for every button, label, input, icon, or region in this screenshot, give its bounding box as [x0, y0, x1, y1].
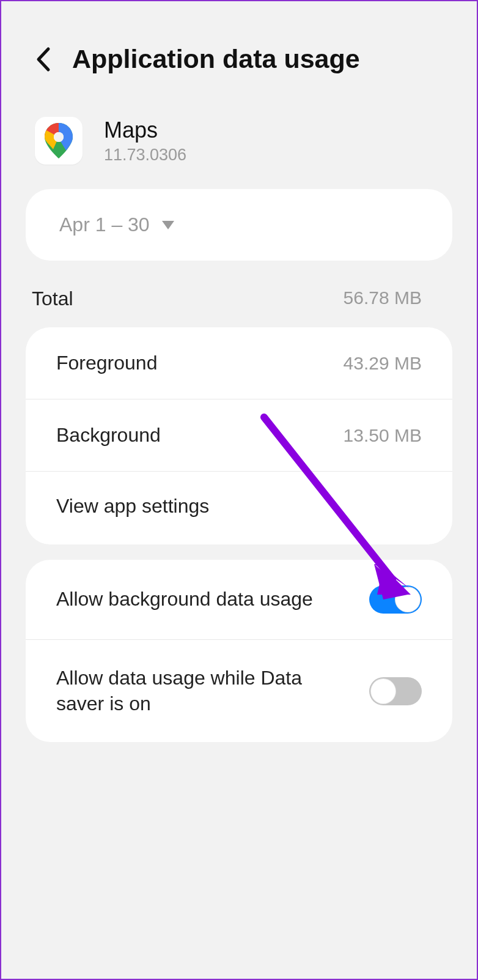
usage-stats-card: Foreground 43.29 MB Background 13.50 MB … — [26, 327, 452, 544]
view-app-settings-label: View app settings — [56, 495, 209, 517]
total-row: Total 56.78 MB — [26, 279, 452, 327]
back-button[interactable] — [35, 46, 51, 72]
chevron-left-icon — [35, 46, 51, 72]
allow-data-saver-switch[interactable] — [369, 677, 422, 705]
background-value: 13.50 MB — [344, 425, 422, 446]
allow-data-saver-row[interactable]: Allow data usage while Data saver is on — [26, 640, 452, 742]
view-app-settings-link[interactable]: View app settings — [26, 472, 452, 544]
background-row: Background 13.50 MB — [26, 399, 452, 472]
app-info-row: Maps 11.73.0306 — [1, 98, 477, 189]
allow-background-data-label: Allow background data usage — [56, 587, 313, 612]
allow-data-saver-label: Allow data usage while Data saver is on — [56, 666, 350, 716]
total-label: Total — [32, 288, 73, 310]
allow-background-data-row[interactable]: Allow background data usage — [26, 560, 452, 640]
page-title: Application data usage — [72, 44, 360, 74]
background-label: Background — [56, 424, 161, 447]
date-range-selector[interactable]: Apr 1 – 30 — [26, 189, 452, 261]
date-range-card: Apr 1 – 30 — [26, 189, 452, 261]
chevron-down-icon — [162, 221, 174, 229]
foreground-value: 43.29 MB — [344, 353, 422, 374]
app-version: 11.73.0306 — [104, 146, 186, 165]
toggles-card: Allow background data usage Allow data u… — [26, 560, 452, 742]
app-icon — [35, 117, 83, 165]
header: Application data usage — [1, 1, 477, 98]
allow-background-data-switch[interactable] — [369, 585, 422, 614]
foreground-row: Foreground 43.29 MB — [26, 327, 452, 399]
svg-point-2 — [54, 132, 64, 142]
maps-pin-icon — [45, 123, 73, 158]
app-name: Maps — [104, 117, 186, 143]
total-value: 56.78 MB — [344, 288, 422, 310]
date-range-label: Apr 1 – 30 — [59, 213, 150, 236]
foreground-label: Foreground — [56, 352, 157, 374]
